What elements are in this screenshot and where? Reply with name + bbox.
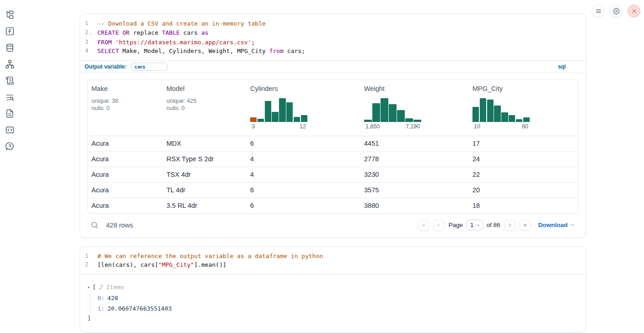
table-cell: 6 <box>247 183 360 198</box>
code-line: 4SELECT Make, Model, Cylinders, Weight, … <box>80 47 586 56</box>
function-square-icon <box>5 26 15 36</box>
tree-open-bracket: [ <box>92 282 96 292</box>
table-footer: 428 rows Page 1 of 86 <box>87 214 579 238</box>
chevron-down-icon <box>570 222 575 227</box>
search-icon[interactable] <box>91 221 99 229</box>
hamburger-menu-icon <box>595 8 602 15</box>
table-cell: 2778 <box>360 152 469 167</box>
code-line: 1# We can reference the output variable … <box>80 252 586 261</box>
histogram-bar <box>397 110 405 122</box>
table-cell: TSX 4dr <box>163 167 247 182</box>
column-header[interactable]: Makeunique: 38nulls: 0 <box>88 80 163 136</box>
table-cell: Acura <box>88 198 163 213</box>
data-table: Makeunique: 38nulls: 0Modelunique: 425nu… <box>87 79 579 214</box>
code-line: 1-- Download a CSV and create an in-memo… <box>80 19 586 28</box>
table-cell: 3230 <box>360 167 469 182</box>
stat-line: unique: 38 <box>91 97 159 105</box>
fold-indicator-icon[interactable]: ⌄ <box>88 28 93 38</box>
histogram-bar <box>301 115 307 122</box>
sidebar-item-help[interactable] <box>4 141 15 152</box>
page-select-value: 1 <box>470 222 474 228</box>
histogram-bar <box>265 101 271 122</box>
language-badge: sql <box>558 63 581 70</box>
histogram-bar <box>258 119 264 122</box>
table-row[interactable]: AcuraTSX 4dr4323022 <box>88 167 578 183</box>
histogram-bar <box>501 112 508 122</box>
first-page-button[interactable] <box>418 220 429 231</box>
column-header[interactable]: Cylinders312 <box>247 80 360 136</box>
python-cell: 1# We can reference the output variable … <box>80 246 586 333</box>
table-row[interactable]: AcuraTL 4dr6357520 <box>88 183 578 198</box>
fold-spacer <box>88 260 93 270</box>
column-histogram <box>472 98 530 122</box>
last-page-button[interactable] <box>520 220 531 231</box>
table-cell: 18 <box>469 198 578 213</box>
table-cell: 3.5 RL 4dr <box>163 198 247 213</box>
table-cell: 4 <box>247 167 360 182</box>
tree-item: 1:20.060747663551403 <box>97 303 579 314</box>
table-cell: 6 <box>247 198 360 213</box>
histogram-bar <box>413 120 421 122</box>
sql-code-editor[interactable]: 1-- Download a CSV and create an in-memo… <box>80 14 586 60</box>
page-of-label: of 86 <box>486 222 500 228</box>
sidebar-item-documentation[interactable] <box>4 108 15 119</box>
sidebar-item-scratchpad[interactable] <box>4 75 15 86</box>
sidebar-item-snippets[interactable] <box>4 91 15 102</box>
histogram-bar <box>494 106 500 122</box>
tree-item-value: 428 <box>107 295 118 301</box>
table-cell: 3575 <box>360 183 469 198</box>
sidebar-item-datasources[interactable] <box>4 42 15 53</box>
histogram-axis-labels: 1,8507,190 <box>364 123 421 132</box>
line-number: 3 <box>80 38 88 47</box>
table-row[interactable]: Acura3.5 RL 4dr6388018 <box>88 198 578 213</box>
column-name: Weight <box>364 85 465 92</box>
chevrons-left-icon <box>421 222 426 228</box>
table-cell: 6 <box>247 136 360 151</box>
sidebar-item-dependencies[interactable] <box>4 58 15 69</box>
table-cell: 3880 <box>360 198 469 213</box>
tree-item-value: 20.060747663551403 <box>107 305 172 312</box>
axis-max-label: 12 <box>300 123 306 130</box>
python-cell-output: ▾ [ 2 Items 0:4281:20.060747663551403 ] <box>80 275 586 332</box>
axis-max-label: 7,190 <box>406 123 420 130</box>
code-line: 3FROM 'https://datasets.marimo.app/cars.… <box>80 38 586 47</box>
sidebar-item-outputs[interactable] <box>4 124 15 135</box>
table-row[interactable]: AcuraRSX Type S 2dr4277824 <box>88 152 578 167</box>
column-header[interactable]: MPG_City1060 <box>469 80 578 136</box>
notebook-menu-button[interactable] <box>592 5 605 17</box>
shutdown-button[interactable] <box>628 5 640 17</box>
tree-close-bracket: ] <box>87 314 579 323</box>
stat-line: unique: 425 <box>166 97 243 105</box>
fold-spacer <box>88 252 93 261</box>
line-number: 2 <box>80 28 88 38</box>
prev-page-button[interactable] <box>433 220 444 231</box>
column-stats: unique: 425nulls: 0 <box>166 97 243 113</box>
next-page-button[interactable] <box>504 220 515 231</box>
page-select[interactable]: 1 <box>466 220 483 230</box>
left-sidebar <box>0 9 19 152</box>
row-count: 428 rows <box>106 222 133 229</box>
axis-min-label: 1,850 <box>365 123 380 130</box>
column-name: Make <box>91 85 159 92</box>
sidebar-item-variables[interactable] <box>4 26 15 37</box>
line-number: 2 <box>80 260 88 270</box>
sidebar-item-files[interactable] <box>4 9 15 20</box>
download-button[interactable]: Download <box>538 222 575 228</box>
line-number: 4 <box>80 47 88 56</box>
top-controls <box>592 5 640 17</box>
sql-cell: 1-- Download a CSV and create an in-memo… <box>80 14 586 238</box>
table-row[interactable]: AcuraMDX6445117 <box>88 136 578 152</box>
code-text: CREATE OR replace TABLE cars as <box>93 28 209 38</box>
settings-button[interactable] <box>610 5 623 17</box>
table-cell: 20 <box>469 183 578 198</box>
collapse-chevron-icon[interactable]: ▾ <box>87 282 92 292</box>
axis-max-label: 60 <box>522 123 528 130</box>
table-header-row: Makeunique: 38nulls: 0Modelunique: 425nu… <box>88 80 578 136</box>
output-variable-input[interactable] <box>131 63 167 71</box>
column-header[interactable]: Modelunique: 425nulls: 0 <box>163 80 247 136</box>
python-code-editor[interactable]: 1# We can reference the output variable … <box>80 247 586 275</box>
column-header[interactable]: Weight1,8507,190 <box>360 80 469 136</box>
tree-items: 0:4281:20.060747663551403 <box>90 293 579 314</box>
chevron-left-icon <box>436 222 441 228</box>
histogram-bar <box>472 107 479 122</box>
